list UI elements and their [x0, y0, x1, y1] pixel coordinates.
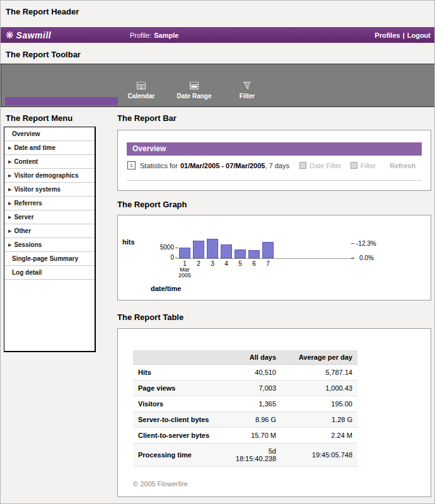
profiles-link[interactable]: Profiles: [374, 32, 400, 39]
date-filter-label: Date Filter: [310, 162, 342, 169]
menu-item-referrers[interactable]: ▶Referrers: [4, 197, 95, 210]
menu-item-label: Content: [14, 158, 38, 166]
right-axis-label-top: -12.3%: [356, 240, 376, 247]
report-title: Overview: [132, 144, 166, 153]
profile-indicator: Profile: Sample: [130, 27, 178, 43]
cell-all-days: 7,003: [228, 381, 281, 396]
mini-calendar-icon[interactable]: 1: [127, 161, 136, 169]
col-header-all-days: All days: [228, 350, 281, 365]
date-range-button-label: Date Range: [177, 93, 211, 100]
menu-item-label: Visitor systems: [14, 185, 61, 193]
menu-item-single-page-summary[interactable]: Single-page Summary: [4, 252, 95, 266]
report-header-bar: ❋ Sawmill Profile: Sample Profiles | Log…: [1, 27, 435, 43]
submenu-arrow-icon: ▶: [8, 227, 11, 235]
logout-link[interactable]: Logout: [407, 32, 431, 39]
submenu-arrow-icon: ▶: [8, 185, 11, 193]
link-separator: |: [403, 32, 405, 39]
submenu-arrow-icon: ▶: [8, 241, 11, 249]
cell-average-per-day: 1.28 G: [281, 412, 357, 428]
x-axis-sublabel: Mar 2005: [176, 267, 194, 278]
col-header-average-per-day: Average per day: [281, 350, 357, 365]
bar-chart-plot: [179, 236, 280, 258]
filter-label: Filter: [361, 162, 376, 169]
report-graph: hits 5000 0 -12.3% 0.0% 1234567 Mar 2005…: [117, 215, 431, 301]
filter-checkbox[interactable]: [351, 162, 357, 169]
submenu-arrow-icon: ▶: [8, 213, 11, 221]
chart-bar-day-2: [193, 241, 204, 258]
header-links: Profiles | Logout: [374, 27, 431, 43]
menu-item-label: Server: [14, 213, 33, 221]
report-menu: Overview▶Date and time▶Content▶Visitor d…: [4, 127, 96, 352]
x-tick-label: 4: [221, 260, 232, 267]
filter-button[interactable]: Filter: [228, 81, 266, 100]
chart-bar-day-7: [262, 242, 274, 258]
menu-item-content[interactable]: ▶Content: [4, 155, 95, 169]
calendar-button[interactable]: 1 Calendar: [122, 81, 160, 100]
menu-item-visitor-demographics[interactable]: ▶Visitor demographics: [4, 169, 95, 183]
report-title-bar: Overview: [127, 142, 422, 156]
menu-item-visitor-systems[interactable]: ▶Visitor systems: [4, 183, 95, 197]
mini-calendar-day: 1: [130, 163, 132, 168]
y-tick-label-5000: 5000: [154, 244, 174, 251]
refresh-button[interactable]: Refresh: [390, 162, 415, 169]
svg-text:1: 1: [140, 85, 142, 89]
summary-table: All days Average per day Hits40,5105,787…: [133, 350, 357, 467]
report-bar-divider: [127, 180, 422, 181]
toolbar-buttons: 1 Calendar Date Range: [122, 81, 266, 100]
table-row: Visitors1,365195.00: [133, 396, 357, 412]
menu-item-overview[interactable]: Overview: [4, 127, 95, 141]
row-label: Client-to-server bytes: [133, 428, 228, 444]
right-tick-mark-bottom: [351, 258, 354, 258]
y-tick-mark-5000: [175, 248, 178, 248]
menu-item-label: Sessions: [14, 241, 42, 249]
cell-average-per-day: 195.00: [281, 396, 357, 412]
menu-item-label: Single-page Summary: [12, 255, 78, 263]
row-label: Server-to-client bytes: [133, 412, 228, 428]
toolbar-progress-bar: [5, 97, 118, 105]
row-label: Page views: [133, 381, 228, 396]
menu-item-sessions[interactable]: ▶Sessions: [4, 238, 95, 252]
menu-item-date-and-time[interactable]: ▶Date and time: [4, 141, 95, 155]
section-heading-report-header: The Report Header: [6, 7, 79, 16]
statistics-row: 1 Statistics for 01/Mar/2005 - 07/Mar/20…: [127, 161, 415, 169]
filter-icon: [242, 81, 252, 91]
calendar-icon: 1: [136, 81, 146, 91]
menu-item-other[interactable]: ▶Other: [4, 224, 95, 238]
table-row: Server-to-client bytes8.96 G1.28 G: [133, 412, 357, 428]
table-header-row: All days Average per day: [133, 350, 357, 365]
report-table: All days Average per day Hits40,5105,787…: [117, 328, 431, 497]
submenu-arrow-icon: ▶: [8, 144, 11, 152]
cell-all-days: 40,510: [228, 365, 281, 381]
right-axis-label-bottom: 0.0%: [359, 255, 374, 261]
sawmill-logo[interactable]: ❋ Sawmill: [6, 30, 51, 40]
x-axis-title: date/time: [151, 285, 181, 292]
row-label: Visitors: [133, 396, 228, 412]
menu-item-log-detail[interactable]: Log detail: [4, 266, 95, 280]
cell-average-per-day: 19:45:05.748: [281, 444, 357, 467]
date-filter-checkbox[interactable]: [299, 162, 306, 169]
submenu-arrow-icon: ▶: [8, 171, 11, 180]
y-axis-label: hits: [122, 238, 135, 246]
menu-item-label: Date and time: [14, 144, 55, 152]
chart-bar-day-1: [179, 248, 190, 258]
page: The Report Header ❋ Sawmill Profile: Sam…: [0, 0, 435, 504]
section-heading-report-table: The Report Table: [117, 312, 183, 322]
table-row: Hits40,5105,787.14: [133, 365, 357, 381]
row-label: Hits: [133, 365, 228, 381]
report-bar: Overview 1 Statistics for 01/Mar/2005 - …: [117, 130, 431, 191]
chart-bar-day-5: [235, 249, 246, 258]
menu-item-server[interactable]: ▶Server: [4, 210, 95, 224]
cell-all-days: 5d 18:15:40.238: [228, 444, 281, 467]
x-axis-line: [178, 258, 354, 259]
report-toolbar: 1 Calendar Date Range: [1, 64, 435, 107]
x-tick-label: 3: [207, 260, 218, 267]
statistics-prefix: Statistics for: [140, 162, 178, 169]
section-heading-report-menu: The Report Menu: [6, 113, 72, 123]
menu-item-label: Other: [14, 227, 31, 235]
menu-item-label: Overview: [12, 130, 40, 138]
date-range-button[interactable]: Date Range: [175, 81, 213, 100]
date-range-icon: [189, 81, 199, 91]
calendar-button-label: Calendar: [128, 93, 155, 100]
x-tick-label: 7: [262, 260, 274, 267]
chart-bar-day-3: [207, 239, 218, 258]
